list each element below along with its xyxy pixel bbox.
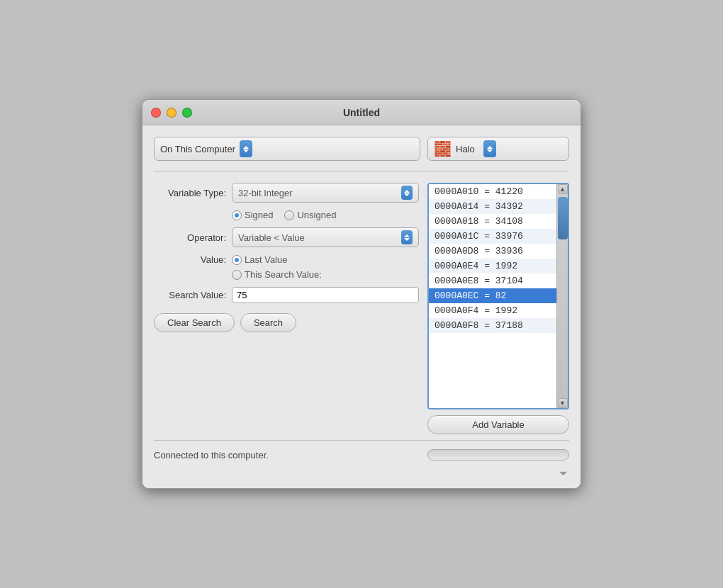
memory-list-item[interactable]: 0000A0E4 = 1992 <box>429 259 556 273</box>
memory-list-content: 0000A010 = 412200000A014 = 343920000A018… <box>429 184 556 408</box>
memory-list-item[interactable]: 0000A010 = 41220 <box>429 184 556 199</box>
arrow-down-icon <box>487 149 493 152</box>
this-search-label: This Search Value: <box>245 269 322 280</box>
unsigned-radio-circle[interactable] <box>284 210 294 220</box>
operator-select[interactable]: Variable < Value <box>232 227 419 247</box>
titlebar-buttons <box>151 108 192 118</box>
signed-unsigned-row: Signed Unsigned <box>232 210 419 220</box>
variable-type-arrows <box>401 186 413 200</box>
scroll-down-arrow[interactable]: ▼ <box>558 398 568 408</box>
operator-arrows <box>401 230 413 244</box>
variable-type-label: Variable Type: <box>154 188 232 198</box>
arrow-up-icon <box>243 146 249 149</box>
memory-list-item[interactable]: 0000A0F4 = 1992 <box>429 303 556 318</box>
memory-list-item[interactable]: 0000A014 = 34392 <box>429 199 556 214</box>
status-row: Connected to this computer. <box>154 446 569 466</box>
resize-handle[interactable]: ◢ <box>154 466 569 477</box>
unsigned-radio[interactable]: Unsigned <box>284 210 336 220</box>
arrow-down-icon <box>404 238 410 241</box>
search-value-input[interactable] <box>232 287 419 303</box>
arrow-up-icon <box>487 146 493 149</box>
this-search-radio-circle[interactable] <box>232 270 242 280</box>
window-title: Untitled <box>343 107 380 118</box>
search-button[interactable]: Search <box>240 313 296 332</box>
main-area: Variable Type: 32-bit Integer Signed <box>154 183 569 434</box>
top-selects-row: On This Computer 🧱 Halo <box>154 137 569 161</box>
signed-label: Signed <box>245 210 273 220</box>
operator-label: Operator: <box>154 232 232 243</box>
window-body: On This Computer 🧱 Halo <box>142 125 581 488</box>
progress-bar <box>427 449 569 460</box>
operator-value: Variable < Value <box>238 232 397 243</box>
memory-list-item[interactable]: 0000A0D8 = 33936 <box>429 244 556 259</box>
left-panel: Variable Type: 32-bit Integer Signed <box>154 183 419 434</box>
this-search-radio[interactable]: This Search Value: <box>232 269 322 280</box>
last-value-radio[interactable]: Last Value <box>232 254 287 265</box>
game-icon: 🧱 <box>434 140 452 157</box>
arrow-down-icon <box>243 149 249 152</box>
scroll-track <box>558 194 568 398</box>
last-value-label: Last Value <box>245 254 287 265</box>
main-window: Untitled On This Computer 🧱 Halo <box>142 99 581 489</box>
add-variable-button[interactable]: Add Variable <box>427 415 569 434</box>
memory-list: 0000A010 = 412200000A014 = 343920000A018… <box>427 183 569 409</box>
value-search-row: This Search Value: <box>232 269 419 280</box>
memory-list-item[interactable]: 0000A018 = 34108 <box>429 214 556 229</box>
value-last-row: Value: Last Value <box>154 254 419 265</box>
arrow-down-icon <box>404 193 410 196</box>
variable-type-value: 32-bit Integer <box>238 188 397 198</box>
operator-row: Operator: Variable < Value <box>154 227 419 247</box>
scroll-thumb[interactable] <box>558 197 568 239</box>
scrollbar[interactable]: ▲ ▼ <box>556 184 568 408</box>
action-buttons-row: Clear Search Search <box>154 313 419 332</box>
resize-icon: ◢ <box>559 467 568 476</box>
search-value-row: Search Value: <box>154 287 419 303</box>
game-select-arrows <box>483 140 496 157</box>
location-select-arrows <box>240 140 252 157</box>
location-select-label: On This Computer <box>160 144 235 154</box>
right-panel: 0000A010 = 412200000A014 = 343920000A018… <box>427 183 569 434</box>
game-select-label: Halo <box>456 144 475 154</box>
arrow-up-icon <box>404 190 410 193</box>
clear-search-button[interactable]: Clear Search <box>154 313 235 332</box>
variable-type-row: Variable Type: 32-bit Integer <box>154 183 419 203</box>
memory-list-item[interactable]: 0000A01C = 33976 <box>429 229 556 244</box>
minimize-button[interactable] <box>167 108 176 118</box>
maximize-button[interactable] <box>182 108 192 118</box>
bottom-divider <box>154 440 569 441</box>
last-value-radio-circle[interactable] <box>232 255 242 265</box>
signed-radio[interactable]: Signed <box>232 210 273 220</box>
variable-type-select[interactable]: 32-bit Integer <box>232 183 419 203</box>
scroll-up-arrow[interactable]: ▲ <box>558 184 568 194</box>
memory-list-item[interactable]: 0000A0EC = 82 <box>429 288 556 303</box>
signed-radio-circle[interactable] <box>232 210 242 220</box>
location-select[interactable]: On This Computer <box>154 137 420 161</box>
top-divider <box>154 171 569 171</box>
memory-list-item[interactable]: 0000A0E8 = 37104 <box>429 273 556 288</box>
close-button[interactable] <box>151 108 161 118</box>
titlebar: Untitled <box>142 100 581 125</box>
value-label: Value: <box>154 254 232 265</box>
game-select[interactable]: 🧱 Halo <box>427 137 569 161</box>
arrow-up-icon <box>404 234 410 237</box>
status-text: Connected to this computer. <box>154 450 269 460</box>
unsigned-label: Unsigned <box>297 210 336 220</box>
memory-list-item[interactable]: 0000A0F8 = 37188 <box>429 318 556 333</box>
search-value-label: Search Value: <box>154 290 232 300</box>
